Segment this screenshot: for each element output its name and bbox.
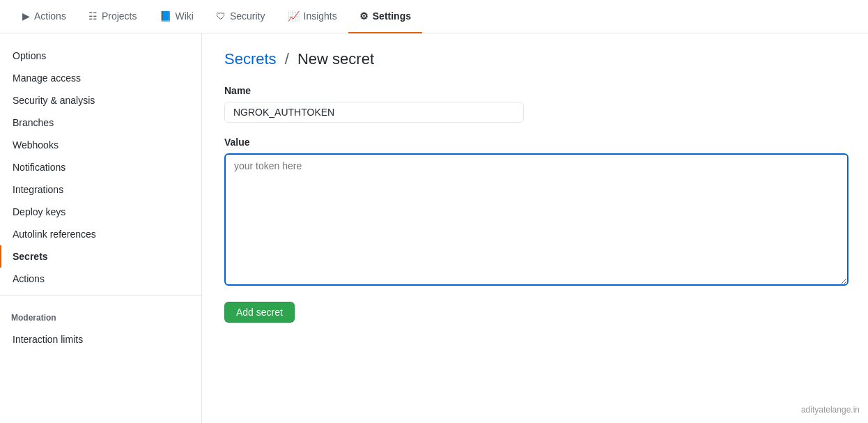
security-icon: 🛡 [216,10,226,22]
value-field-group: Value [224,137,848,288]
sidebar-item-interaction-limits[interactable]: Interaction limits [0,328,201,351]
breadcrumb-link[interactable]: Secrets [224,50,277,68]
add-secret-button[interactable]: Add secret [224,302,295,323]
nav-item-settings[interactable]: ⚙ Settings [348,0,422,33]
top-nav: ▶ Actions ☷ Projects 📘 Wiki 🛡 Security 📈… [0,0,868,33]
nav-label-settings: Settings [373,10,411,22]
wiki-icon: 📘 [160,10,171,22]
sidebar-item-security-analysis[interactable]: Security & analysis [0,89,201,111]
sidebar-item-deploy-keys[interactable]: Deploy keys [0,201,201,223]
sidebar-item-autolink[interactable]: Autolink references [0,223,201,245]
insights-icon: 📈 [288,10,300,22]
sidebar-item-manage-access[interactable]: Manage access [0,67,201,89]
breadcrumb-separator: / [285,50,289,68]
watermark: adityatelange.in [801,405,860,415]
nav-item-actions[interactable]: ▶ Actions [11,0,77,33]
actions-icon: ▶ [22,10,30,22]
nav-item-projects[interactable]: ☷ Projects [77,0,148,33]
sidebar: Options Manage access Security & analysi… [0,33,202,423]
page-layout: Options Manage access Security & analysi… [0,33,868,423]
nav-label-wiki: Wiki [176,10,194,22]
sidebar-item-secrets[interactable]: Secrets [0,245,201,268]
projects-icon: ☷ [88,10,98,22]
settings-icon: ⚙ [359,10,369,22]
sidebar-item-actions[interactable]: Actions [0,268,201,290]
nav-item-wiki[interactable]: 📘 Wiki [148,0,205,33]
nav-item-security[interactable]: 🛡 Security [205,0,277,33]
sidebar-item-options[interactable]: Options [0,45,201,67]
sidebar-item-webhooks[interactable]: Webhooks [0,134,201,156]
nav-label-security: Security [230,10,265,22]
sidebar-item-integrations[interactable]: Integrations [0,178,201,201]
breadcrumb: Secrets / New secret [224,50,848,68]
breadcrumb-current: New secret [297,50,374,68]
moderation-section-title: Moderation [0,302,201,328]
sidebar-divider [0,295,201,296]
nav-label-actions: Actions [34,10,66,22]
nav-label-projects: Projects [102,10,137,22]
main-content: Secrets / New secret Name Value Add secr… [202,33,868,423]
value-textarea[interactable] [224,153,848,286]
nav-label-insights: Insights [304,10,337,22]
nav-item-insights[interactable]: 📈 Insights [277,0,348,33]
name-label: Name [224,85,848,96]
name-field-group: Name [224,85,848,123]
value-label: Value [224,137,848,148]
sidebar-item-branches[interactable]: Branches [0,111,201,134]
name-input[interactable] [224,102,524,123]
sidebar-item-notifications[interactable]: Notifications [0,156,201,178]
